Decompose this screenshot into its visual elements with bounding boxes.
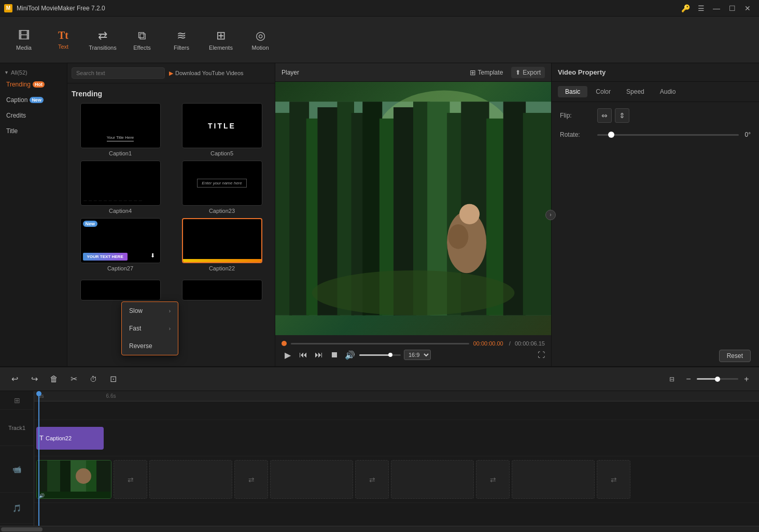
youtube-download-btn[interactable]: ▶ Download YouTube Videos: [169, 70, 244, 77]
caption-track-row: T Caption22: [34, 420, 759, 456]
category-trending[interactable]: Trending Hot: [0, 77, 67, 92]
minimize-button[interactable]: —: [709, 1, 724, 16]
category-title[interactable]: Title: [0, 123, 67, 139]
menu-icon[interactable]: ☰: [694, 1, 708, 16]
volume-button[interactable]: 🔊: [344, 349, 356, 361]
timeline-scrollbar[interactable]: [0, 526, 759, 532]
transition-slot-2[interactable]: ⇄: [234, 460, 268, 499]
prev-button[interactable]: ⏮: [297, 349, 310, 361]
text-item-partial2[interactable]: [173, 280, 271, 300]
caption23-thumb[interactable]: Enter your name here: [182, 161, 262, 206]
context-menu-reverse[interactable]: Reverse: [122, 337, 178, 355]
add-track-label: ⊞: [0, 391, 34, 410]
caption5-thumb[interactable]: TITLE: [182, 103, 262, 148]
effects-icon: ⧉: [138, 29, 146, 42]
ratio-select[interactable]: 16:9 9:16 4:3 1:1: [404, 350, 431, 360]
delete-button[interactable]: 🗑: [46, 371, 62, 387]
partial1-thumb[interactable]: [80, 280, 161, 300]
rotate-slider[interactable]: [597, 134, 739, 136]
transition-slot-1[interactable]: ⇄: [114, 460, 147, 499]
caption27-thumb[interactable]: New YOUR TEXT HERE ⬇: [80, 218, 161, 263]
progress-track[interactable]: [291, 343, 469, 344]
category-credits[interactable]: Credits: [0, 108, 67, 123]
flip-horizontal-button[interactable]: ⇔: [597, 108, 612, 123]
text-item-caption4[interactable]: — — — — — — — — — — — — Caption4: [72, 161, 169, 214]
text-item-caption27[interactable]: New YOUR TEXT HERE ⬇ Caption27: [72, 218, 169, 271]
scrollbar-thumb[interactable]: [1, 527, 43, 531]
toolbar-media[interactable]: 🎞 Media: [5, 21, 43, 59]
right-panel: Video Property › Basic Color Speed Audio…: [552, 63, 759, 366]
timeline-cursor[interactable]: [38, 391, 39, 526]
transition-arrow-1: ⇄: [128, 476, 134, 484]
fullscreen-button[interactable]: ⛶: [538, 351, 545, 359]
zoom-track[interactable]: [697, 378, 738, 380]
scrollbar-track[interactable]: [0, 527, 759, 532]
media-icon: 🎞: [18, 29, 30, 42]
context-menu-slow[interactable]: Slow ›: [122, 302, 178, 320]
zoom-in-button[interactable]: +: [740, 373, 753, 385]
empty-slot-1[interactable]: [149, 460, 232, 499]
zoom-out-button[interactable]: −: [682, 373, 695, 385]
all-label: All(52): [11, 69, 27, 76]
new-badge-27: New: [83, 221, 98, 227]
progress-playhead[interactable]: [282, 341, 287, 346]
toolbar-motion[interactable]: ◎ Motion: [242, 21, 279, 59]
play-button[interactable]: ▶: [282, 349, 294, 361]
download-btn-27[interactable]: ⬇: [148, 250, 158, 261]
toolbar-elements[interactable]: ⊞ Elements: [202, 21, 240, 59]
transition-slot-4[interactable]: ⇄: [476, 460, 510, 499]
reset-button[interactable]: Reset: [719, 350, 751, 362]
volume-dot: [388, 353, 392, 357]
progress-bar-container: 00:00:00.00 / 00:00:06.15: [282, 340, 545, 347]
empty-slot-4[interactable]: [512, 460, 595, 499]
title-key-icon[interactable]: 🔑: [678, 1, 693, 16]
crop-button[interactable]: ⊡: [105, 371, 121, 387]
empty-slot-3[interactable]: [391, 460, 474, 499]
text-item-caption1[interactable]: Your Title Here Caption1: [72, 103, 169, 156]
undo-button[interactable]: ↩: [6, 371, 23, 387]
tab-basic[interactable]: Basic: [558, 86, 587, 97]
caption1-thumb[interactable]: Your Title Here: [80, 103, 161, 148]
partial2-thumb[interactable]: [182, 280, 262, 300]
toolbar-transitions[interactable]: ⇄ Transitions: [84, 21, 121, 59]
category-all[interactable]: ▼ All(52): [0, 67, 67, 77]
search-input[interactable]: [72, 67, 165, 79]
close-button[interactable]: ✕: [740, 1, 755, 16]
controls-row: ▶ ⏮ ⏭ ⏹ 🔊 16:9 9:16 4:3 1:1 ⛶: [282, 349, 545, 361]
text-item-caption22[interactable]: Caption22: [173, 218, 271, 271]
speed-button[interactable]: ⏱: [85, 371, 102, 387]
next-button[interactable]: ⏭: [313, 349, 325, 361]
transition-slot-3[interactable]: ⇄: [355, 460, 389, 499]
caption-clip[interactable]: T Caption22: [36, 427, 104, 450]
category-caption[interactable]: Caption New: [0, 92, 67, 108]
video-clip[interactable]: 🔊: [36, 460, 111, 499]
caption-clip-label: Caption22: [46, 435, 72, 441]
caption22-thumb[interactable]: [182, 218, 262, 263]
redo-button[interactable]: ↪: [26, 371, 43, 387]
caption4-thumb[interactable]: — — — — — — — — — — — —: [80, 161, 161, 206]
maximize-button[interactable]: ☐: [725, 1, 739, 16]
context-menu-fast[interactable]: Fast ›: [122, 320, 178, 337]
collapse-panel-button[interactable]: ›: [545, 210, 556, 220]
text-item-caption5[interactable]: TITLE Caption5: [173, 103, 271, 156]
export-button[interactable]: ⬆ Export: [511, 67, 545, 78]
flip-vertical-button[interactable]: ⇕: [615, 108, 629, 123]
rotate-row: Rotate: 0°: [560, 131, 751, 138]
track2-icon: 📹: [12, 465, 21, 473]
add-track-icon[interactable]: ⊞: [14, 396, 20, 405]
stop-button[interactable]: ⏹: [328, 349, 341, 361]
app-icon: M: [4, 4, 12, 12]
tab-color[interactable]: Color: [588, 86, 618, 97]
volume-slider[interactable]: [359, 354, 401, 356]
tab-speed[interactable]: Speed: [619, 86, 652, 97]
toolbar-filters[interactable]: ≋ Filters: [163, 21, 200, 59]
text-item-caption23[interactable]: Enter your name here Caption23: [173, 161, 271, 214]
cut-button[interactable]: ✂: [65, 371, 82, 387]
template-button[interactable]: ⊞ Template: [466, 66, 508, 79]
toolbar-effects[interactable]: ⧉ Effects: [123, 21, 161, 59]
tab-audio[interactable]: Audio: [653, 86, 683, 97]
empty-slot-2[interactable]: [270, 460, 353, 499]
transition-slot-5[interactable]: ⇄: [597, 460, 630, 499]
toolbar-text[interactable]: Tt Text: [45, 21, 82, 59]
text-item-partial1[interactable]: [72, 280, 169, 300]
